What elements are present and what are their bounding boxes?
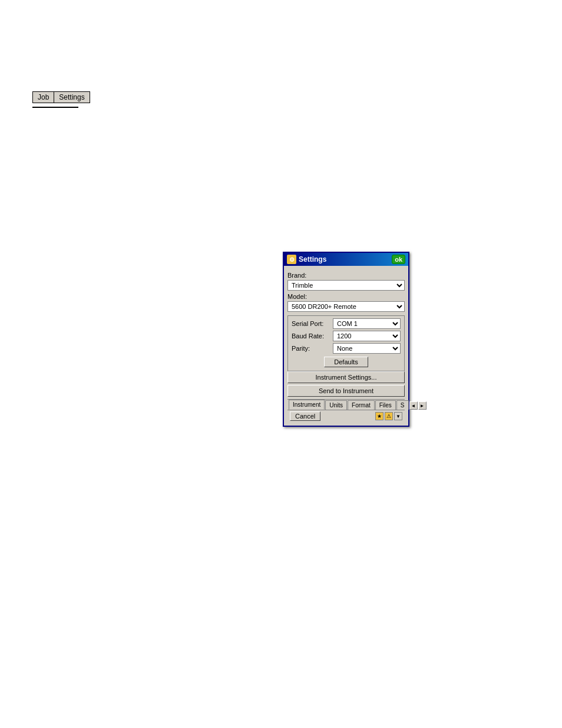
model-label: Model: bbox=[287, 293, 405, 300]
tab-instrument[interactable]: Instrument bbox=[289, 400, 325, 410]
baud-rate-row: Baud Rate: 1200 2400 4800 9600 bbox=[292, 331, 401, 341]
menu-item-job[interactable]: Job bbox=[32, 91, 54, 103]
port-section: Serial Port: COM 1 COM 2 Baud Rate: 1200… bbox=[287, 315, 405, 371]
menu-underline bbox=[32, 107, 78, 108]
dialog-title: Settings bbox=[299, 255, 326, 263]
menu-item-settings[interactable]: Settings bbox=[54, 91, 90, 103]
tab-bar: Instrument Units Format Files S ◄ ► bbox=[287, 399, 405, 410]
tab-format[interactable]: Format bbox=[348, 400, 375, 410]
instrument-settings-button[interactable]: Instrument Settings... bbox=[287, 371, 405, 383]
tab-files[interactable]: Files bbox=[375, 400, 396, 410]
settings-dialog: ⚙ Settings ok Brand: Trimble Model: 5600… bbox=[283, 252, 409, 427]
baud-rate-select[interactable]: 1200 2400 4800 9600 bbox=[333, 331, 401, 341]
dialog-titlebar: ⚙ Settings ok bbox=[284, 253, 408, 266]
ok-button[interactable]: ok bbox=[392, 255, 405, 264]
serial-port-row: Serial Port: COM 1 COM 2 bbox=[292, 318, 401, 329]
model-select[interactable]: 5600 DR200+ Remote bbox=[287, 301, 405, 312]
parity-label: Parity: bbox=[292, 345, 333, 352]
bottom-right-icons: ★ ⚠ ▼ bbox=[375, 412, 402, 420]
scroll-btn[interactable]: ▼ bbox=[394, 412, 402, 420]
parity-row: Parity: None Even Odd bbox=[292, 343, 401, 354]
tab-units[interactable]: Units bbox=[325, 400, 347, 410]
warning-icon: ⚠ bbox=[385, 412, 393, 420]
serial-port-label: Serial Port: bbox=[292, 320, 333, 327]
tab-right-arrow[interactable]: ► bbox=[418, 401, 427, 410]
defaults-button[interactable]: Defaults bbox=[324, 357, 368, 367]
send-to-instrument-button[interactable]: Send to Instrument bbox=[287, 385, 405, 397]
cancel-button[interactable]: Cancel bbox=[290, 411, 320, 421]
tab-arrows: ◄ ► bbox=[409, 401, 427, 410]
titlebar-left: ⚙ Settings bbox=[287, 255, 326, 264]
serial-port-select[interactable]: COM 1 COM 2 bbox=[333, 318, 401, 329]
brand-label: Brand: bbox=[287, 272, 405, 279]
tab-left-arrow[interactable]: ◄ bbox=[409, 401, 418, 410]
star-icon[interactable]: ★ bbox=[375, 412, 384, 420]
parity-select[interactable]: None Even Odd bbox=[333, 343, 401, 354]
tab-s[interactable]: S bbox=[396, 400, 409, 410]
brand-select[interactable]: Trimble bbox=[287, 280, 405, 291]
baud-rate-label: Baud Rate: bbox=[292, 332, 333, 340]
menu-bar: Job Settings bbox=[32, 91, 90, 103]
dialog-body: Brand: Trimble Model: 5600 DR200+ Remote… bbox=[284, 266, 408, 426]
dialog-icon: ⚙ bbox=[287, 255, 296, 264]
bottom-bar: Cancel ★ ⚠ ▼ bbox=[287, 410, 405, 422]
